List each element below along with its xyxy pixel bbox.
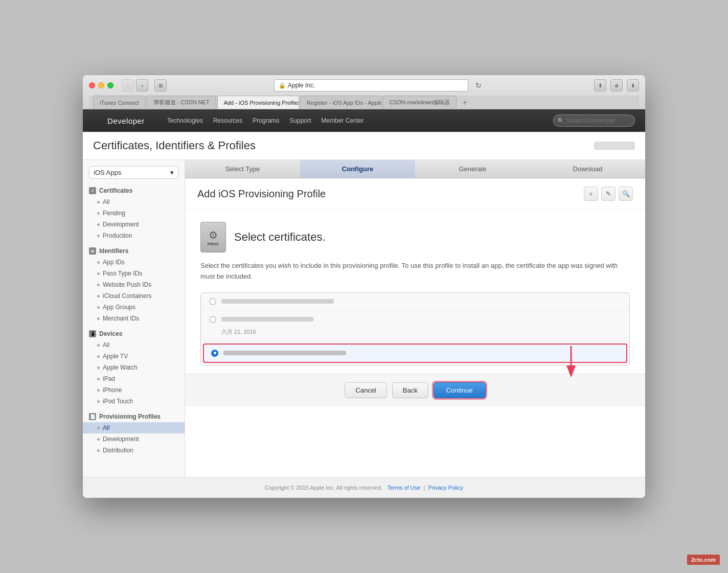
terms-of-use-link[interactable]: Terms of Use — [388, 485, 421, 491]
url-text: Apple Inc. — [288, 82, 315, 89]
tab-itunes[interactable]: iTunes Connect — [93, 96, 146, 109]
step-generate-label: Generate — [459, 165, 486, 173]
page-content: Developer Technologies Resources Program… — [83, 109, 645, 498]
search-input[interactable] — [553, 114, 635, 127]
identifiers-icon: ID — [89, 247, 96, 255]
sidebar-item-apple-watch[interactable]: Apple Watch — [83, 362, 185, 373]
browser-titlebar: ‹ › ⊞ 🔒 Apple Inc. ↻ ⬆ ⊕ ⬇ iTunes Connec… — [83, 75, 645, 109]
cert-row-1[interactable] — [201, 293, 629, 311]
url-bar-container: 🔒 Apple Inc. ↻ — [171, 79, 588, 91]
tab-register[interactable]: Register - iOS App IDs - Apple Developer — [300, 96, 382, 109]
sidebar-item-prov-all[interactable]: All — [83, 422, 185, 433]
dot-icon — [97, 449, 100, 452]
sidebar-item-prov-development[interactable]: Development — [83, 433, 185, 445]
privacy-policy-link[interactable]: Privacy Policy — [428, 485, 463, 491]
continue-button[interactable]: Continue — [434, 382, 486, 398]
devices-label: Devices — [99, 330, 122, 337]
step-configure: Configure — [300, 160, 415, 178]
sidebar-item-ipad[interactable]: iPad — [83, 373, 185, 384]
tab-markdown[interactable]: CSDN-markdown编辑器 — [383, 96, 457, 109]
cert-radio-2[interactable] — [209, 316, 216, 323]
cert-blurred-3 — [223, 351, 346, 355]
url-bar[interactable]: 🔒 Apple Inc. — [274, 79, 468, 91]
cert-radio-1[interactable] — [209, 298, 216, 305]
sidebar-item-pass-type-ids[interactable]: Pass Type IDs — [83, 268, 185, 279]
step-generate: Generate — [415, 160, 530, 178]
dot-icon — [97, 284, 100, 286]
share-button[interactable]: ⬆ — [594, 79, 606, 91]
nav-support[interactable]: Support — [289, 117, 311, 124]
gear-icon: ⚙ — [209, 229, 218, 241]
profile-header: Add iOS Provisioning Profile ＋ ✎ 🔍 — [185, 178, 645, 210]
footer-separator: | — [424, 485, 425, 491]
traffic-lights — [89, 82, 113, 88]
devices-header: 📱 Devices — [83, 328, 185, 339]
dot-icon — [97, 366, 100, 369]
profile-actions: ＋ ✎ 🔍 — [584, 187, 633, 201]
cancel-button[interactable]: Cancel — [345, 382, 386, 398]
forward-nav-button[interactable]: › — [136, 79, 148, 91]
dot-icon — [97, 306, 100, 309]
sidebar-item-cert-production[interactable]: Production — [83, 230, 185, 241]
cert-date-2: 六月 21, 2016 — [221, 328, 256, 336]
developer-header: Developer Technologies Resources Program… — [83, 109, 645, 132]
sidebar-item-app-ids[interactable]: App IDs — [83, 257, 185, 268]
add-profile-button[interactable]: ＋ — [584, 187, 598, 201]
section-title-row: ⚙ PROV Select certificates. — [200, 222, 630, 253]
cert-row-3-selected[interactable] — [203, 343, 627, 363]
sidebar: iOS Apps ▾ ✓ Certificates All Pen — [83, 160, 185, 477]
sidebar-item-devices-all[interactable]: All — [83, 339, 185, 351]
nav-member-center[interactable]: Member Center — [321, 117, 363, 124]
dot-icon — [97, 235, 100, 237]
sidebar-section-identifiers: ID Identifiers App IDs Pass Type IDs Web… — [83, 245, 185, 324]
sidebar-item-website-push[interactable]: Website Push IDs — [83, 279, 185, 290]
search-profile-button[interactable]: 🔍 — [619, 187, 633, 201]
cert-radio-3-checked[interactable] — [211, 350, 218, 357]
page-footer: Copyright © 2015 Apple Inc. All rights r… — [83, 477, 645, 498]
sidebar-item-iphone[interactable]: iPhone — [83, 384, 185, 396]
reload-button[interactable]: ↻ — [472, 79, 485, 91]
sidebar-item-cert-development[interactable]: Development — [83, 219, 185, 230]
maximize-button[interactable] — [107, 82, 113, 88]
sidebar-item-apple-tv[interactable]: Apple TV — [83, 351, 185, 362]
add-tab-button[interactable]: + — [460, 98, 470, 108]
sidebar-item-ipod-touch[interactable]: iPod Touch — [83, 396, 185, 407]
step-download: Download — [530, 160, 645, 178]
sidebar-section-certificates: ✓ Certificates All Pending Development — [83, 185, 185, 241]
sidebar-section-provisioning: 📄 Provisioning Profiles All Development … — [83, 411, 185, 456]
close-button[interactable] — [89, 82, 95, 88]
wizard-steps: Select Type Configure Generate Download — [185, 160, 645, 178]
identifiers-header: ID Identifiers — [83, 245, 185, 257]
developer-title: Developer — [107, 117, 145, 125]
dot-icon — [97, 317, 100, 320]
buttons-area: Cancel Back Continue — [185, 374, 645, 406]
sidebar-item-cert-all[interactable]: All — [83, 196, 185, 208]
nav-technologies[interactable]: Technologies — [167, 117, 203, 124]
dot-icon — [97, 400, 100, 403]
new-tab-button[interactable]: ⊕ — [610, 79, 623, 91]
back-button[interactable]: Back — [392, 382, 428, 398]
edit-profile-button[interactable]: ✎ — [601, 187, 616, 201]
tab-view-button[interactable]: ⊞ — [154, 79, 167, 91]
back-nav-button[interactable]: ‹ — [122, 79, 134, 91]
dot-icon — [97, 438, 100, 441]
content-area: Select Type Configure Generate Download — [185, 160, 645, 477]
platform-dropdown[interactable]: iOS Apps ▾ — [89, 166, 178, 179]
sidebar-item-app-groups[interactable]: App Groups — [83, 302, 185, 313]
dot-icon — [97, 427, 100, 429]
nav-resources[interactable]: Resources — [213, 117, 242, 124]
sidebar-item-merchant-ids[interactable]: Merchant IDs — [83, 313, 185, 324]
developer-nav: Technologies Resources Programs Support … — [167, 117, 364, 124]
minimize-button[interactable] — [98, 82, 104, 88]
tab-addprofile[interactable]: Add - iOS Provisioning Profiles - Appl..… — [217, 96, 299, 109]
main-layout: iOS Apps ▾ ✓ Certificates All Pen — [83, 160, 645, 477]
nav-programs[interactable]: Programs — [253, 117, 279, 124]
sidebar-item-prov-distribution[interactable]: Distribution — [83, 445, 185, 456]
cert-blurred-2 — [221, 317, 313, 322]
description-text: Select the certificates you wish to incl… — [200, 261, 630, 282]
extensions-button[interactable]: ⬇ — [627, 79, 639, 91]
cert-row-2[interactable]: 六月 21, 2016 — [201, 311, 629, 341]
sidebar-item-icloud[interactable]: iCloud Containers — [83, 290, 185, 302]
sidebar-item-cert-pending[interactable]: Pending — [83, 208, 185, 219]
tab-csdn[interactable]: 博客频道 - CSDN.NET — [147, 96, 216, 109]
